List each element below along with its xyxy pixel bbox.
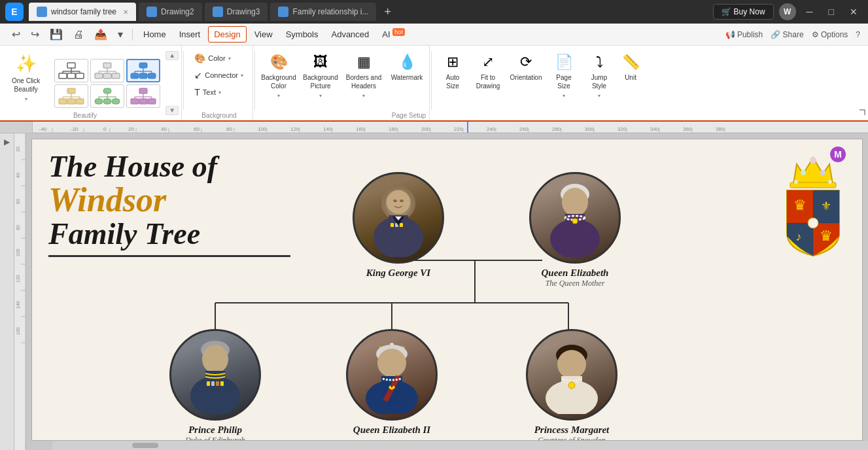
beautify-styles bbox=[52, 46, 163, 120]
svg-text:♛: ♛ bbox=[793, 197, 807, 213]
publish-link[interactable]: 📢 Publish bbox=[725, 30, 763, 39]
page-size-label: PageSize bbox=[556, 73, 571, 90]
svg-rect-44 bbox=[112, 99, 120, 104]
beautify-style-5[interactable] bbox=[90, 84, 124, 108]
sidebar-toggle-button[interactable]: ▶ bbox=[4, 137, 10, 147]
tab-family-rel[interactable]: Family relationship i... bbox=[270, 3, 376, 21]
menu-insert[interactable]: Insert bbox=[174, 27, 206, 42]
svg-text:300: 300 bbox=[585, 126, 594, 132]
elizabeth2-label: Queen Elizabeth II bbox=[346, 424, 438, 436]
export-arrow[interactable]: ▾ bbox=[114, 27, 127, 42]
house-title-line1: The House of bbox=[48, 151, 290, 182]
maximize-button[interactable]: □ bbox=[824, 7, 839, 17]
print-button[interactable]: 🖨 bbox=[69, 27, 88, 42]
undo-button[interactable]: ↩ bbox=[8, 27, 24, 42]
watermark-label: Watermark bbox=[391, 73, 423, 82]
borders-button[interactable]: ▦ Borders andHeaders ▾ bbox=[343, 50, 385, 105]
auto-size-label: AutoSize bbox=[446, 73, 460, 90]
export-button[interactable]: 📤 bbox=[90, 27, 111, 42]
beautify-style-3[interactable] bbox=[126, 59, 160, 82]
app-logo: E bbox=[5, 3, 24, 21]
prince-philip-name: Prince Philip bbox=[169, 424, 261, 436]
background-group: 🎨 BackgroundColor ▾ 🖼 BackgroundPicture … bbox=[256, 46, 430, 120]
one-click-icon: ✨ bbox=[16, 54, 37, 74]
menu-home[interactable]: Home bbox=[138, 27, 171, 42]
buy-now-button[interactable]: 🛒 Buy Now bbox=[713, 4, 773, 20]
menu-view[interactable]: View bbox=[249, 27, 278, 42]
page-size-button[interactable]: 📄 PageSize ▾ bbox=[547, 50, 581, 105]
text-icon: T bbox=[194, 87, 200, 97]
bg-picture-label: BackgroundPicture bbox=[303, 73, 338, 90]
user-avatar[interactable]: W bbox=[779, 3, 796, 20]
svg-text:20: 20 bbox=[128, 126, 134, 132]
color-button[interactable]: 🎨 Color ▾ bbox=[189, 51, 249, 65]
help-link[interactable]: ? bbox=[856, 30, 860, 39]
minimize-button[interactable]: ─ bbox=[801, 7, 818, 17]
tab-windsor[interactable]: windsor family tree ✕ bbox=[29, 3, 136, 21]
bg-color-button[interactable]: 🎨 BackgroundColor ▾ bbox=[259, 50, 298, 105]
menu-design[interactable]: Design bbox=[208, 26, 246, 43]
fit-to-drawing-button[interactable]: ⤢ Fit toDrawing bbox=[471, 50, 505, 105]
tab-drawing2[interactable]: Drawing2 bbox=[139, 3, 202, 21]
svg-text:180: 180 bbox=[389, 126, 398, 132]
orientation-icon: ⟳ bbox=[520, 54, 532, 71]
beautify-style-2[interactable] bbox=[90, 59, 124, 82]
connector-button[interactable]: ↙ Connector ▾ bbox=[189, 68, 249, 82]
ribbon-expand[interactable] bbox=[859, 109, 865, 118]
unit-button[interactable]: 📏 Unit bbox=[617, 50, 644, 105]
svg-rect-53 bbox=[148, 99, 156, 104]
one-click-beautify-button[interactable]: ✨ One ClickBeautify ▾ bbox=[5, 50, 46, 106]
svg-rect-25 bbox=[139, 73, 147, 78]
svg-rect-42 bbox=[95, 99, 103, 104]
options-link[interactable]: ⚙ Options bbox=[812, 30, 848, 39]
scrollbar-thumb-h[interactable] bbox=[132, 443, 158, 448]
orientation-button[interactable]: ⟳ Orientation bbox=[506, 50, 546, 105]
canvas-area[interactable]: The House of Windsor Family Tree bbox=[26, 133, 868, 450]
george-vi-person: King George VI bbox=[353, 172, 444, 279]
menu-ai[interactable]: AI hot bbox=[377, 26, 409, 42]
tab-close-windsor[interactable]: ✕ bbox=[123, 9, 128, 16]
beautify-scroll-up[interactable]: ▲ bbox=[165, 51, 179, 60]
beautify-style-6[interactable] bbox=[126, 84, 160, 108]
svg-rect-130 bbox=[391, 223, 394, 227]
svg-text:140: 140 bbox=[16, 301, 20, 309]
watermark-button[interactable]: 💧 Watermark bbox=[387, 50, 426, 105]
text-button[interactable]: T Text ▾ bbox=[189, 85, 249, 99]
tab-icon-family-rel bbox=[278, 7, 288, 17]
tab-add-button[interactable]: + bbox=[379, 5, 396, 19]
close-button[interactable]: ✕ bbox=[844, 7, 863, 17]
windsor-title: Windsor bbox=[48, 182, 290, 218]
beautify-style-1[interactable] bbox=[54, 59, 88, 82]
svg-rect-7 bbox=[67, 73, 75, 78]
svg-text:♪: ♪ bbox=[796, 230, 802, 243]
jump-style-caret: ▾ bbox=[598, 93, 600, 99]
margaret-title: Countess of Snowdon bbox=[526, 436, 617, 441]
svg-rect-45 bbox=[139, 88, 147, 94]
bg-picture-button[interactable]: 🖼 BackgroundPicture ▾ bbox=[301, 50, 340, 105]
jump-style-button[interactable]: ⤵ JumpStyle ▾ bbox=[582, 50, 616, 105]
redo-button[interactable]: ↪ bbox=[27, 27, 43, 42]
auto-size-button[interactable]: ⊞ AutoSize bbox=[436, 50, 470, 105]
menu-symbols[interactable]: Symbols bbox=[281, 27, 324, 42]
save-button[interactable]: 💾 bbox=[46, 27, 67, 42]
drawing-canvas[interactable]: The House of Windsor Family Tree bbox=[31, 139, 863, 441]
svg-point-175 bbox=[820, 170, 825, 175]
color-icon: 🎨 bbox=[194, 53, 205, 63]
svg-text:⚜: ⚜ bbox=[821, 199, 831, 213]
svg-text:20: 20 bbox=[16, 147, 20, 152]
beautify-scroll-down[interactable]: ▼ bbox=[165, 106, 179, 115]
menu-advanced[interactable]: Advanced bbox=[326, 27, 374, 42]
elizabeth2-name: Queen Elizabeth II bbox=[346, 424, 438, 436]
svg-point-160 bbox=[377, 349, 406, 377]
borders-caret: ▾ bbox=[362, 93, 365, 99]
george-vi-portrait bbox=[353, 172, 444, 264]
svg-text:360: 360 bbox=[683, 126, 692, 132]
one-click-label: One ClickBeautify bbox=[12, 77, 40, 94]
ribbon-divider-1 bbox=[183, 51, 184, 110]
share-link[interactable]: 🔗 Share bbox=[771, 30, 803, 39]
beautify-style-4[interactable] bbox=[54, 84, 88, 108]
tab-drawing3[interactable]: Drawing3 bbox=[205, 3, 268, 21]
svg-text:280: 280 bbox=[552, 126, 561, 132]
horizontal-scrollbar[interactable] bbox=[52, 441, 868, 450]
queen-mother-person: Queen Elizabeth The Queen Mother bbox=[529, 172, 621, 288]
